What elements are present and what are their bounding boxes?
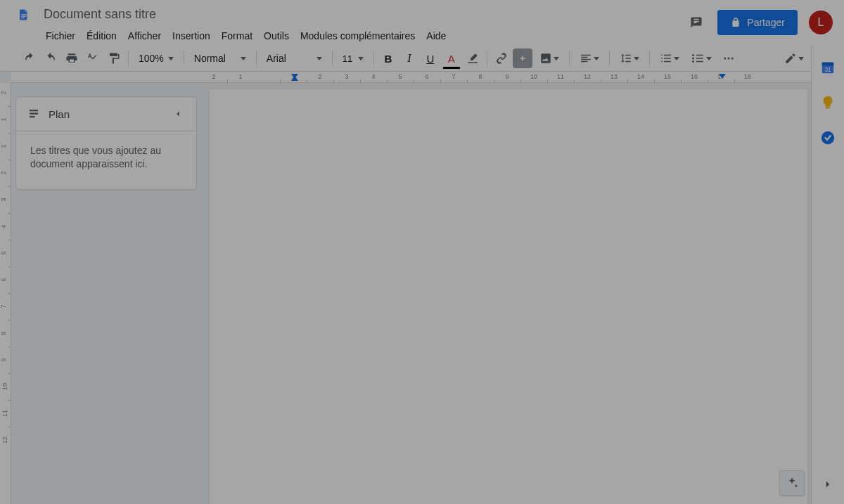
undo-button[interactable] (20, 49, 39, 68)
redo-button[interactable] (41, 49, 60, 68)
bulleted-list-button[interactable] (686, 49, 717, 68)
horizontal-ruler[interactable]: 21123456789101112131415161718 (11, 72, 811, 83)
paint-format-button[interactable] (104, 49, 124, 68)
font-size-dropdown[interactable]: 11 (337, 49, 369, 68)
align-dropdown[interactable] (574, 49, 605, 68)
share-button[interactable]: Partager (717, 10, 798, 35)
keep-icon[interactable] (819, 94, 836, 111)
svg-rect-1 (21, 16, 27, 17)
outline-collapse-button[interactable] (171, 107, 185, 121)
menubar: Fichier Édition Afficher Insertion Forma… (41, 27, 686, 44)
account-avatar[interactable]: L (809, 11, 833, 34)
menu-help[interactable]: Aide (421, 27, 451, 44)
share-button-label: Partager (747, 17, 785, 28)
menu-addons[interactable]: Modules complémentaires (295, 27, 420, 44)
toolbar: 100% Normal Arial 11 B I U A (0, 45, 844, 72)
zoom-dropdown[interactable]: 100% (133, 49, 179, 68)
insert-link-button[interactable] (492, 49, 511, 68)
line-spacing-button[interactable] (614, 49, 645, 68)
side-panel-rail: 31 (811, 45, 844, 504)
text-color-button[interactable]: A (442, 49, 461, 68)
spellcheck-button[interactable] (83, 49, 103, 68)
underline-button[interactable]: U (421, 49, 440, 68)
menu-insert[interactable]: Insertion (167, 27, 215, 44)
doc-title-area: Document sans titre Fichier Édition Affi… (41, 6, 686, 44)
menu-file[interactable]: Fichier (41, 27, 80, 44)
outline-title: Plan (49, 108, 162, 120)
svg-point-5 (731, 58, 734, 60)
styles-dropdown[interactable]: Normal (188, 49, 252, 68)
editing-mode-dropdown[interactable] (779, 49, 810, 68)
docs-logo[interactable] (7, 6, 41, 21)
outline-icon (27, 108, 40, 120)
comment-history-icon[interactable] (686, 13, 706, 32)
svg-rect-9 (826, 107, 830, 108)
svg-rect-2 (21, 18, 25, 18)
outline-header: Plan (16, 97, 196, 131)
side-panel-toggle[interactable] (818, 474, 838, 494)
highlight-button[interactable] (463, 49, 482, 68)
insert-comment-button[interactable] (513, 49, 532, 68)
more-button[interactable] (719, 49, 738, 68)
svg-text:31: 31 (824, 67, 831, 73)
outline-empty-text: Les titres que vous ajoutez au document … (16, 131, 196, 189)
tasks-icon[interactable] (819, 129, 836, 146)
outline-panel: Plan Les titres que vous ajoutez au docu… (15, 96, 197, 190)
italic-button[interactable]: I (399, 49, 419, 68)
menu-format[interactable]: Format (217, 27, 257, 44)
lock-icon (730, 17, 741, 28)
menu-view[interactable]: Afficher (123, 27, 166, 44)
font-dropdown[interactable]: Arial (261, 49, 328, 68)
titlebar: Document sans titre Fichier Édition Affi… (0, 0, 844, 45)
svg-rect-7 (822, 63, 834, 66)
print-button[interactable] (62, 49, 82, 68)
bold-button[interactable]: B (378, 49, 398, 68)
doc-title-input[interactable]: Document sans titre (41, 6, 686, 23)
workspace: 21123456789101112131415161718 2112345678… (0, 72, 811, 504)
numbered-list-button[interactable] (654, 49, 685, 68)
menu-tools[interactable]: Outils (259, 27, 294, 44)
svg-point-4 (727, 58, 729, 60)
svg-rect-0 (21, 14, 27, 15)
document-page[interactable] (210, 89, 807, 504)
svg-point-3 (724, 58, 726, 60)
menu-edit[interactable]: Édition (82, 27, 122, 44)
vertical-ruler[interactable]: 21123456789101112 (0, 83, 11, 504)
calendar-icon[interactable]: 31 (819, 59, 836, 76)
title-actions: Partager L (686, 6, 833, 35)
insert-image-button[interactable] (534, 49, 565, 68)
explore-button[interactable] (779, 470, 805, 496)
